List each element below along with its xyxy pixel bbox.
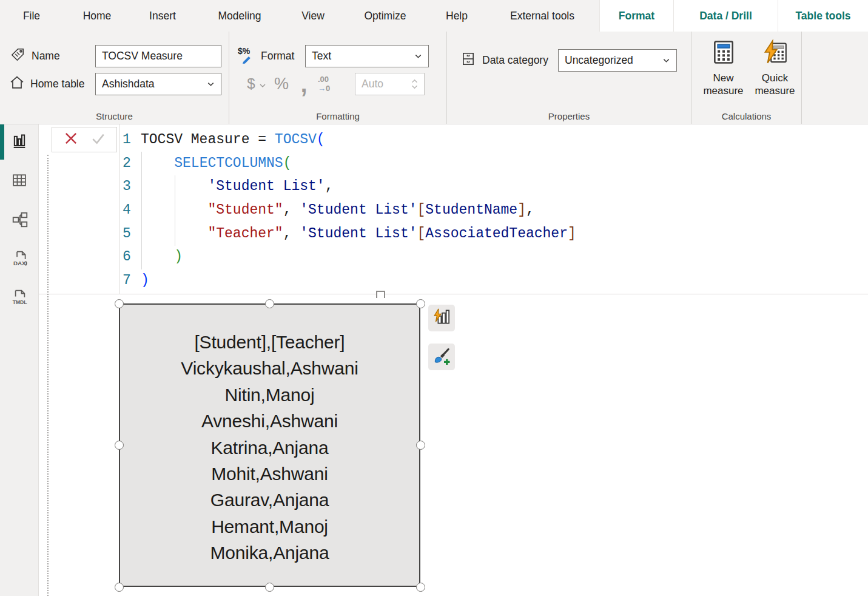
currency-icon[interactable]: $ — [245, 75, 257, 92]
percent-icon[interactable]: % — [272, 75, 291, 93]
tab-home[interactable]: Home — [72, 0, 123, 32]
home-table-select[interactable]: Ashishdata — [95, 73, 221, 95]
name-label: Name — [32, 50, 60, 63]
ribbon: Name TOCSV Measure Home table Ashishdata… — [0, 32, 868, 124]
selection-handle-middle-left[interactable] — [115, 441, 124, 450]
dax-query-view-icon[interactable]: DAX — [11, 249, 28, 268]
quick-measure-label: Quick measure — [749, 72, 801, 97]
code-line[interactable]: 2 SELECTCOLUMNS( — [123, 152, 576, 175]
selection-handle-top-right[interactable] — [416, 299, 425, 308]
line-number: 3 — [123, 175, 141, 198]
card-text-line: [Student],[Teacher] — [120, 329, 419, 355]
selection-handle-middle-right[interactable] — [416, 441, 425, 450]
data-category-icon — [460, 51, 476, 69]
selection-handle-top-center[interactable] — [265, 299, 274, 308]
format-visual-button[interactable] — [428, 344, 455, 370]
ribbon-group-calculations: New measure Quick measure — [691, 32, 802, 124]
ribbon-group-formatting: $% Format Text $ % , .00 →0 — [229, 32, 447, 124]
line-number: 5 — [123, 222, 141, 246]
quick-measure-button[interactable]: Quick measure — [749, 39, 801, 97]
chevron-down-icon — [662, 56, 670, 64]
tab-view[interactable]: View — [290, 0, 336, 32]
formula-bar-resize-handle[interactable] — [376, 291, 385, 298]
code-line[interactable]: 7) — [123, 269, 576, 293]
quick-measure-icon — [762, 57, 789, 67]
tab-table-tools[interactable]: Table tools — [778, 0, 868, 32]
code-line[interactable]: 1TOCSV Measure = TOCSV( — [123, 128, 576, 152]
chevron-down-icon — [207, 80, 215, 88]
dax-formula-editor[interactable]: 1TOCSV Measure = TOCSV(2 SELECTCOLUMNS(3… — [39, 124, 868, 294]
cancel-formula-icon[interactable] — [62, 130, 79, 149]
tab-format[interactable]: Format — [599, 0, 673, 32]
format-value: Text — [312, 50, 331, 63]
format-label: Format — [261, 50, 294, 63]
line-number: 1 — [123, 128, 141, 152]
formula-commit-box — [52, 127, 117, 152]
card-text-line: Mohit,Ashwani — [120, 461, 419, 487]
tab-help[interactable]: Help — [434, 0, 479, 32]
analyze-visual-button[interactable] — [428, 305, 455, 331]
code-line[interactable]: 3 'Student List', — [123, 175, 576, 198]
analyze-icon — [432, 308, 451, 328]
data-category-select[interactable]: Uncategorized — [558, 49, 677, 72]
tmdl-view-icon[interactable]: TMDL — [11, 288, 28, 306]
tab-optimize[interactable]: Optimize — [347, 0, 423, 32]
selection-handle-bottom-left[interactable] — [115, 583, 124, 592]
code-line[interactable]: 6 ) — [123, 245, 576, 269]
paintbrush-add-icon — [432, 347, 451, 367]
commit-formula-icon[interactable] — [90, 130, 107, 149]
home-icon — [8, 74, 25, 93]
home-table-value: Ashishdata — [102, 78, 155, 90]
editor-divider — [119, 124, 119, 294]
data-category-value: Uncategorized — [565, 54, 633, 67]
svg-text:DAX: DAX — [13, 260, 26, 266]
selection-handle-bottom-center[interactable] — [265, 583, 274, 592]
spinner-icons[interactable] — [411, 79, 418, 89]
card-text-line: Katrina,Anjana — [120, 435, 419, 461]
tab-external-tools[interactable]: External tools — [495, 0, 590, 32]
new-measure-label: New measure — [698, 72, 749, 97]
card-visual[interactable]: [Student],[Teacher]Vickykaushal,AshwaniN… — [119, 303, 420, 587]
card-text-line: Nitin,Manoj — [120, 382, 419, 408]
code-line[interactable]: 4 "Student", 'Student List'[StudentName]… — [123, 198, 576, 222]
active-view-indicator — [0, 124, 4, 160]
decimal-auto-input[interactable]: Auto — [355, 73, 425, 95]
model-view-icon[interactable] — [11, 211, 28, 229]
measure-name-input[interactable]: TOCSV Measure — [95, 45, 221, 67]
line-number: 2 — [123, 152, 141, 175]
card-visual-text: [Student],[Teacher]Vickykaushal,AshwaniN… — [120, 305, 419, 566]
selection-handle-top-left[interactable] — [115, 299, 124, 308]
menu-bar: File Home Insert Modeling View Optimize … — [0, 0, 868, 32]
tab-file[interactable]: File — [11, 0, 52, 32]
data-category-label: Data category — [482, 54, 548, 67]
decimal-places-icon[interactable]: .00 →0 — [318, 75, 330, 93]
currency-chevron-icon[interactable] — [258, 81, 267, 90]
tab-insert[interactable]: Insert — [138, 0, 187, 32]
code-line[interactable]: 5 "Teacher", 'Student List'[AssociatedTe… — [123, 222, 576, 246]
thousands-separator-icon[interactable]: , — [296, 78, 312, 89]
view-sidebar: DAX TMDL — [0, 124, 39, 596]
table-view-icon[interactable] — [11, 172, 28, 190]
format-icon: $% — [238, 47, 257, 64]
card-text-line: Avneshi,Ashwani — [120, 408, 419, 434]
report-view-icon[interactable] — [11, 133, 28, 151]
measure-name-value: TOCSV Measure — [102, 50, 183, 63]
line-number: 4 — [123, 198, 141, 222]
dax-code[interactable]: 1TOCSV Measure = TOCSV(2 SELECTCOLUMNS(3… — [123, 128, 576, 293]
line-number: 7 — [123, 269, 141, 293]
group-caption-calculations: Calculations — [691, 111, 801, 121]
canvas-left-boundary — [47, 155, 49, 596]
tab-data-drill[interactable]: Data / Drill — [673, 0, 778, 32]
chevron-down-icon — [414, 52, 422, 60]
tab-modeling[interactable]: Modeling — [204, 0, 275, 32]
svg-text:TMDL: TMDL — [13, 299, 27, 305]
selection-handle-bottom-right[interactable] — [416, 583, 425, 592]
line-number: 6 — [123, 245, 141, 269]
decimal-auto-value: Auto — [362, 78, 383, 90]
new-measure-button[interactable]: New measure — [698, 39, 749, 97]
card-text-line: Hemant,Manoj — [120, 513, 419, 540]
ribbon-group-structure: Name TOCSV Measure Home table Ashishdata… — [0, 32, 229, 124]
powerbi-window: File Home Insert Modeling View Optimize … — [0, 0, 868, 596]
home-table-label: Home table — [30, 78, 85, 90]
format-select[interactable]: Text — [305, 45, 429, 67]
